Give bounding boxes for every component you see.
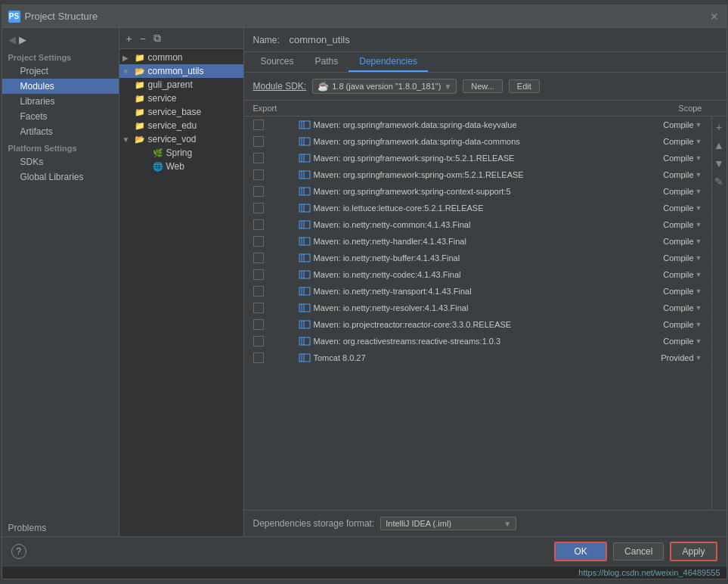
- dep-checkbox-6[interactable]: [253, 219, 264, 230]
- scope-arrow-14[interactable]: ▼: [695, 354, 702, 362]
- dep-lib-icon-11: [299, 303, 311, 312]
- scope-arrow-11[interactable]: ▼: [695, 304, 702, 312]
- close-button[interactable]: ✕: [710, 11, 720, 22]
- svg-rect-36: [299, 321, 310, 328]
- scope-arrow-1[interactable]: ▼: [695, 138, 702, 145]
- dep-row-7[interactable]: Maven: io.netty:netty-handler:4.1.43.Fin…: [244, 233, 711, 250]
- sidebar-item-sdks[interactable]: SDKs: [2, 154, 119, 169]
- sidebar: ◀ ▶ Project Settings Project Modules Lib…: [2, 28, 119, 536]
- dep-checkbox-0[interactable]: [253, 120, 264, 130]
- dep-scope-3: Compile ▼: [627, 170, 702, 179]
- dep-checkbox-14[interactable]: [253, 353, 264, 363]
- tree-item-service-base[interactable]: 📁 service_base: [119, 105, 243, 119]
- dep-lib-icon-3: [299, 170, 311, 179]
- storage-select[interactable]: IntelliJ IDEA (.iml) ▼: [380, 517, 516, 530]
- dep-row-1[interactable]: Maven: org.springframework.data:spring-d…: [244, 133, 711, 150]
- dep-row-12[interactable]: Maven: io.projectreactor:reactor-core:3.…: [244, 316, 711, 333]
- sidebar-item-facets[interactable]: Facets: [2, 109, 119, 124]
- dep-checkbox-1[interactable]: [253, 136, 264, 147]
- help-button[interactable]: ?: [11, 544, 26, 559]
- dep-up-button[interactable]: ▲: [712, 138, 726, 153]
- dep-checkbox-11[interactable]: [253, 303, 264, 313]
- scope-arrow-12[interactable]: ▼: [695, 321, 702, 328]
- scope-arrow-6[interactable]: ▼: [695, 221, 702, 228]
- scope-arrow-0[interactable]: ▼: [695, 121, 702, 129]
- dep-scope-4: Compile ▼: [627, 187, 702, 196]
- sidebar-item-libraries[interactable]: Libraries: [2, 94, 119, 109]
- sdk-new-button[interactable]: New...: [463, 79, 503, 93]
- dep-row-2[interactable]: Maven: org.springframework:spring-tx:5.2…: [244, 150, 711, 166]
- scope-arrow-4[interactable]: ▼: [695, 188, 702, 195]
- dep-row-0[interactable]: Maven: org.springframework.data:spring-d…: [244, 116, 711, 133]
- sidebar-item-project[interactable]: Project: [2, 64, 119, 79]
- dep-edit-button[interactable]: ✎: [713, 174, 725, 189]
- dep-down-button[interactable]: ▼: [712, 156, 726, 171]
- svg-rect-24: [299, 254, 310, 262]
- dep-row-13[interactable]: Maven: org.reactivestreams:reactive-stre…: [244, 333, 711, 349]
- tree-item-service[interactable]: 📁 service: [119, 92, 243, 105]
- scope-arrow-7[interactable]: ▼: [695, 238, 702, 245]
- tab-dependencies[interactable]: Dependencies: [349, 52, 428, 72]
- dep-row-3[interactable]: Maven: org.springframework:spring-oxm:5.…: [244, 166, 711, 183]
- dep-checkbox-10[interactable]: [253, 286, 264, 297]
- sidebar-item-problems[interactable]: Problems: [2, 520, 119, 536]
- tree-item-common-utils[interactable]: ▼ 📂 common_utils: [119, 64, 243, 78]
- tab-sources[interactable]: Sources: [250, 52, 305, 72]
- dep-row-11[interactable]: Maven: io.netty:netty-resolver:4.1.43.Fi…: [244, 300, 711, 316]
- dep-checkbox-8[interactable]: [253, 253, 264, 263]
- dep-row-10[interactable]: Maven: io.netty:netty-transport:4.1.43.F…: [244, 283, 711, 300]
- dep-lib-icon-1: [299, 137, 311, 146]
- title-bar-left: PS Project Structure: [8, 11, 98, 23]
- back-button[interactable]: ◀: [8, 34, 16, 45]
- dep-row-5[interactable]: Maven: io.lettuce:lettuce-core:5.2.1.REL…: [244, 200, 711, 216]
- forward-button[interactable]: ▶: [19, 34, 26, 45]
- scope-arrow-9[interactable]: ▼: [695, 271, 702, 278]
- dep-checkbox-5[interactable]: [253, 203, 264, 213]
- ok-button[interactable]: OK: [554, 542, 607, 561]
- dep-checkbox-12[interactable]: [253, 319, 264, 330]
- dep-row-14[interactable]: Tomcat 8.0.27 Provided ▼: [244, 349, 711, 366]
- tree-item-service-vod[interactable]: ▼ 📂 service_vod: [119, 132, 243, 146]
- sidebar-item-global-libraries[interactable]: Global Libraries: [2, 169, 119, 185]
- copy-module-button[interactable]: ⧉: [151, 31, 163, 45]
- sidebar-item-artifacts[interactable]: Artifacts: [2, 124, 119, 139]
- scope-arrow-10[interactable]: ▼: [695, 287, 702, 295]
- bottom-bar: ? OK Cancel Apply: [2, 536, 726, 566]
- remove-module-button[interactable]: −: [138, 32, 148, 45]
- add-module-button[interactable]: +: [124, 32, 135, 45]
- dep-checkbox-2[interactable]: [253, 153, 264, 163]
- platform-settings-header: Platform Settings: [2, 139, 119, 154]
- dep-export-0: [253, 120, 299, 130]
- tab-paths[interactable]: Paths: [305, 52, 349, 72]
- dep-checkbox-13[interactable]: [253, 336, 264, 346]
- dep-name-13: Maven: org.reactivestreams:reactive-stre…: [314, 337, 627, 346]
- dep-row-9[interactable]: Maven: io.netty:netty-codec:4.1.43.Final…: [244, 266, 711, 283]
- bottom-left: ?: [11, 544, 26, 559]
- dep-scope-9: Compile ▼: [627, 270, 702, 279]
- scope-arrow-3[interactable]: ▼: [695, 171, 702, 179]
- dep-row-4[interactable]: Maven: org.springframework:spring-contex…: [244, 183, 711, 200]
- dep-lib-icon-12: [299, 320, 311, 329]
- dep-checkbox-3[interactable]: [253, 169, 264, 180]
- scope-arrow-5[interactable]: ▼: [695, 204, 702, 212]
- apply-button[interactable]: Apply: [670, 542, 717, 561]
- tree-item-web[interactable]: 🌐 Web: [119, 160, 243, 173]
- sdk-select[interactable]: ☕ 1.8 (java version "1.8.0_181") ▼: [312, 79, 457, 94]
- tree-item-spring[interactable]: 🌿 Spring: [119, 146, 243, 160]
- dep-checkbox-9[interactable]: [253, 269, 264, 280]
- sidebar-item-modules[interactable]: Modules: [2, 79, 119, 94]
- tree-item-service-edu[interactable]: 📁 service_edu: [119, 119, 243, 132]
- tree-item-guli-parent[interactable]: 📁 guli_parent: [119, 78, 243, 92]
- cancel-button[interactable]: Cancel: [613, 542, 664, 561]
- scope-arrow-8[interactable]: ▼: [695, 254, 702, 262]
- dep-checkbox-7[interactable]: [253, 236, 264, 247]
- scope-arrow-13[interactable]: ▼: [695, 337, 702, 345]
- tree-item-common[interactable]: ▶ 📁 common: [119, 51, 243, 64]
- storage-format-row: Dependencies storage format: IntelliJ ID…: [244, 510, 726, 536]
- scope-arrow-2[interactable]: ▼: [695, 154, 702, 162]
- dep-checkbox-4[interactable]: [253, 186, 264, 197]
- dep-row-8[interactable]: Maven: io.netty:netty-buffer:4.1.43.Fina…: [244, 250, 711, 266]
- sdk-edit-button[interactable]: Edit: [509, 79, 540, 93]
- dep-row-6[interactable]: Maven: io.netty:netty-common:4.1.43.Fina…: [244, 216, 711, 233]
- add-dep-button[interactable]: +: [714, 120, 723, 135]
